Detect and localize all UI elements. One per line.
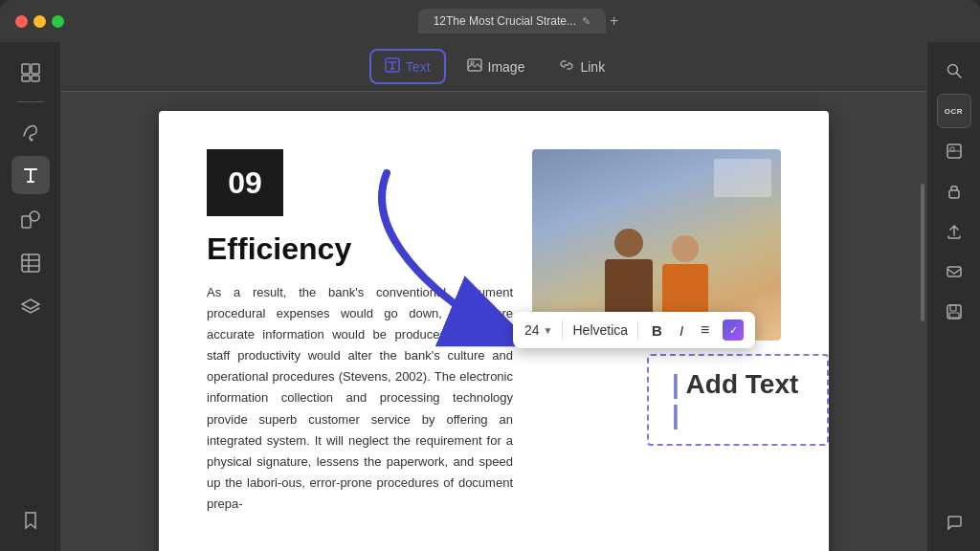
- font-name-display[interactable]: Helvetica: [572, 322, 628, 338]
- page-number-box-09: 09: [207, 149, 283, 216]
- font-size-control[interactable]: 24 ▼: [524, 322, 552, 338]
- body-text-main: As a result, the bank's conventional doc…: [207, 282, 513, 515]
- font-size-value: 24: [524, 322, 540, 338]
- add-text-label: | Add Text |: [672, 369, 798, 430]
- svg-rect-12: [468, 59, 481, 71]
- italic-button[interactable]: I: [676, 320, 687, 341]
- paint-sidebar-icon[interactable]: [11, 112, 50, 150]
- shape-sidebar-icon[interactable]: [11, 200, 50, 238]
- left-sidebar: [0, 42, 61, 551]
- new-tab-button[interactable]: +: [610, 12, 618, 30]
- scan-right-icon[interactable]: [937, 134, 971, 168]
- svg-point-13: [471, 61, 474, 64]
- titlebar: 12The Most Crucial Strate... ✎ +: [0, 0, 980, 42]
- page-number-09: 09: [228, 165, 262, 201]
- ocr-label: OCR: [945, 107, 963, 116]
- fmt-divider-1: [562, 320, 563, 340]
- svg-rect-2: [22, 76, 30, 81]
- add-text-cursor-left: |: [672, 369, 679, 399]
- right-sidebar: OCR: [926, 42, 980, 551]
- svg-rect-21: [949, 190, 959, 198]
- content-area: Text Image: [61, 42, 926, 551]
- doc-scroll-area[interactable]: 09 Efficiency As a result, the bank's co…: [61, 92, 926, 551]
- lock-right-icon[interactable]: [937, 174, 971, 209]
- page-left-content: 09 Efficiency As a result, the bank's co…: [207, 149, 513, 515]
- image-tool-label: Image: [488, 59, 525, 75]
- svg-rect-20: [950, 147, 954, 151]
- font-size-arrow[interactable]: ▼: [544, 325, 553, 336]
- page-top-section: 09 Efficiency As a result, the bank's co…: [207, 149, 781, 515]
- tab-bar: 12The Most Crucial Strate... ✎ +: [72, 9, 965, 33]
- save-right-icon[interactable]: [937, 295, 971, 329]
- fmt-divider-2: [637, 320, 638, 340]
- ocr-right-icon[interactable]: OCR: [937, 94, 971, 128]
- text-sidebar-icon[interactable]: [11, 156, 50, 194]
- bold-button[interactable]: B: [648, 320, 666, 341]
- text-tool-icon: [385, 57, 400, 76]
- table-sidebar-icon[interactable]: [11, 244, 50, 282]
- traffic-lights: [15, 15, 64, 28]
- toolbar: Text Image: [61, 42, 926, 92]
- monitor-shape: [714, 159, 771, 197]
- color-check-icon: ✓: [729, 324, 738, 337]
- svg-rect-24: [950, 305, 956, 311]
- sidebar-divider: [16, 101, 45, 102]
- scrollbar-thumb[interactable]: [921, 184, 924, 321]
- color-picker-button[interactable]: ✓: [723, 320, 744, 341]
- svg-rect-0: [22, 64, 30, 74]
- close-button[interactable]: [15, 15, 28, 28]
- section-title-efficiency: Efficiency: [207, 231, 513, 267]
- search-right-icon[interactable]: [937, 54, 971, 88]
- active-tab[interactable]: 12The Most Crucial Strate... ✎: [418, 9, 606, 33]
- tab-title: 12The Most Crucial Strate...: [434, 14, 576, 28]
- edit-icon[interactable]: ✎: [582, 15, 590, 28]
- svg-rect-7: [22, 254, 39, 272]
- svg-rect-1: [32, 64, 39, 74]
- layers-sidebar-icon[interactable]: [11, 288, 50, 326]
- email-right-icon[interactable]: [937, 254, 971, 289]
- link-tool-icon: [559, 57, 574, 76]
- image-tool-icon: [467, 57, 482, 76]
- photo-column: 24 ▼ Helvetica B I ≡ ✓: [532, 149, 781, 515]
- text-tool-button[interactable]: Text: [369, 49, 446, 84]
- link-tool-label: Link: [580, 59, 605, 75]
- main-area: Text Image: [0, 42, 980, 551]
- link-tool-button[interactable]: Link: [546, 51, 618, 82]
- bookmark-sidebar-icon[interactable]: [11, 501, 50, 540]
- svg-rect-25: [949, 313, 959, 318]
- text-tool-label: Text: [406, 59, 431, 75]
- svg-rect-3: [32, 76, 39, 81]
- add-text-box[interactable]: | Add Text |: [647, 354, 829, 446]
- scrollbar[interactable]: [919, 92, 926, 551]
- align-button[interactable]: ≡: [697, 320, 713, 341]
- chat-right-icon[interactable]: [937, 505, 971, 540]
- minimize-button[interactable]: [33, 15, 46, 28]
- document-page: 09 Efficiency As a result, the bank's co…: [159, 111, 829, 551]
- image-tool-button[interactable]: Image: [454, 51, 539, 82]
- svg-rect-22: [947, 267, 961, 276]
- pages-sidebar-icon[interactable]: [11, 54, 50, 92]
- svg-point-4: [30, 139, 33, 142]
- upload-right-icon[interactable]: [937, 214, 971, 249]
- format-toolbar: 24 ▼ Helvetica B I ≡ ✓: [513, 312, 755, 348]
- add-text-cursor-right: |: [672, 400, 679, 430]
- svg-line-17: [956, 73, 961, 77]
- maximize-button[interactable]: [52, 15, 64, 28]
